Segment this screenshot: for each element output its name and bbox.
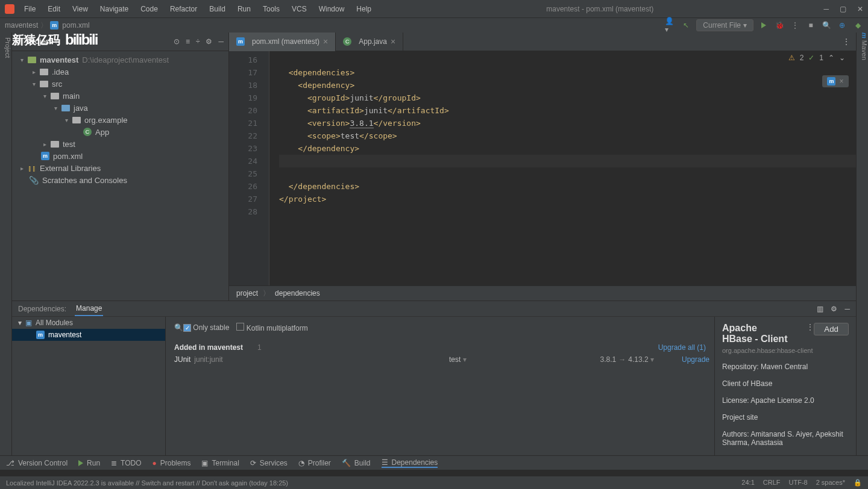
manage-tab[interactable]: Manage bbox=[75, 302, 103, 316]
dependency-detail: Add ⋮ Apache HBase - Client org.apache.h… bbox=[714, 317, 856, 470]
terminal-tab[interactable]: ▣Terminal bbox=[201, 459, 239, 467]
line-separator[interactable]: CRLF bbox=[763, 479, 781, 487]
tab-menu-icon[interactable]: ⋮ bbox=[843, 37, 850, 46]
dependencies-panel: Dependencies: Manage ▥ ⚙ ─ ▾▣All Modules… bbox=[12, 301, 856, 470]
menu-refactor[interactable]: Refactor bbox=[165, 2, 202, 16]
maven-file-icon: m bbox=[41, 152, 49, 160]
project-tool-window: ▦ Project ▾ ⊙ ≡ ÷ ⚙ ─ ▾maventestD:\ideap… bbox=[12, 33, 229, 301]
project-view-title[interactable]: Project bbox=[27, 37, 52, 46]
run-icon[interactable] bbox=[758, 20, 769, 31]
dependency-row[interactable]: JUnitjunit:junit test ▾ 3.8.1→4.13.2 ▾ U… bbox=[174, 355, 706, 364]
app-icon bbox=[5, 4, 14, 14]
services-tab[interactable]: ⟳Services bbox=[250, 459, 288, 467]
assist-icon[interactable]: ⊕ bbox=[837, 20, 848, 31]
menu-view[interactable]: View bbox=[68, 2, 93, 16]
expand-icon[interactable]: ≡ bbox=[186, 37, 190, 46]
only-stable-checkbox[interactable]: ✓ Only stable bbox=[183, 323, 229, 332]
bottom-tool-stripe: ⎇Version Control Run ≣TODO ●Problems ▣Te… bbox=[0, 455, 868, 470]
license-link[interactable]: License: Apache License 2.0 bbox=[722, 396, 849, 405]
line-gutter: 16171819202122232425262728 bbox=[229, 51, 262, 285]
todo-tab[interactable]: ≣TODO bbox=[111, 459, 141, 467]
window-title: maventest - pom.xml (maventest) bbox=[376, 5, 823, 13]
user-icon[interactable]: 👤▾ bbox=[665, 20, 676, 31]
menu-run[interactable]: Run bbox=[233, 2, 256, 16]
left-tool-stripe[interactable]: Project bbox=[0, 33, 12, 470]
hide-icon[interactable]: ─ bbox=[218, 37, 224, 46]
debug-icon[interactable]: 🐞 bbox=[774, 20, 785, 31]
caret-position[interactable]: 24:1 bbox=[741, 479, 754, 487]
vcs-tab[interactable]: ⎇Version Control bbox=[6, 459, 68, 467]
indent[interactable]: 2 spaces* bbox=[816, 479, 845, 487]
breadcrumb-project[interactable]: maventest bbox=[5, 21, 38, 30]
minimize-icon[interactable]: ─ bbox=[823, 5, 829, 13]
menu-window[interactable]: Window bbox=[314, 2, 350, 16]
nav-bar: maventest 〉 m pom.xml 👤▾ ↖ Current File … bbox=[0, 18, 868, 33]
profiler-tab[interactable]: ◔Profiler bbox=[298, 459, 331, 467]
tab-close-icon[interactable]: × bbox=[391, 37, 395, 46]
search-icon[interactable]: 🔍 bbox=[821, 20, 832, 31]
add-button[interactable]: Add bbox=[814, 323, 849, 335]
menu-build[interactable]: Build bbox=[204, 2, 230, 16]
dependencies-tab[interactable]: ☰Dependencies bbox=[382, 458, 438, 468]
layout-icon[interactable]: ▥ bbox=[817, 305, 823, 313]
close-icon[interactable]: ✕ bbox=[857, 5, 863, 13]
menu-vcs[interactable]: VCS bbox=[287, 2, 312, 16]
menu-navigate[interactable]: Navigate bbox=[95, 2, 133, 16]
editor-area: mpom.xml (maventest)× CApp.java× ⋮ ⚠2 ✓1… bbox=[229, 33, 856, 301]
breadcrumb-file[interactable]: pom.xml bbox=[62, 21, 89, 30]
editor-breadcrumb[interactable]: project〉dependencies bbox=[229, 285, 856, 301]
main-menu: File Edit View Navigate Code Refactor Bu… bbox=[19, 2, 376, 16]
tab-app[interactable]: CApp.java× bbox=[336, 33, 403, 51]
collapse-icon[interactable]: ÷ bbox=[196, 37, 200, 46]
status-bar: Localized IntelliJ IDEA 2022.2.3 is avai… bbox=[0, 476, 868, 489]
menu-file[interactable]: File bbox=[19, 2, 40, 16]
modules-list[interactable]: ▾▣All Modules mmaventest bbox=[12, 317, 166, 470]
menu-code[interactable]: Code bbox=[136, 2, 163, 16]
maximize-icon[interactable]: ▢ bbox=[840, 5, 846, 13]
run-config-selector[interactable]: Current File ▾ bbox=[696, 19, 753, 31]
maven-file-icon: m bbox=[50, 21, 58, 30]
more-icon[interactable]: ⋮ bbox=[807, 323, 814, 331]
menu-edit[interactable]: Edit bbox=[43, 2, 65, 16]
search-icon[interactable]: 🔍 bbox=[174, 323, 183, 332]
project-site-link[interactable]: Project site bbox=[722, 413, 849, 422]
right-tool-stripe[interactable]: m Maven bbox=[856, 33, 868, 470]
title-bar: File Edit View Navigate Code Refactor Bu… bbox=[0, 0, 868, 18]
encoding[interactable]: UTF-8 bbox=[789, 479, 808, 487]
status-message[interactable]: Localized IntelliJ IDEA 2022.2.3 is avai… bbox=[6, 479, 288, 487]
problems-tab[interactable]: ●Problems bbox=[153, 459, 191, 467]
upgrade-link[interactable]: Upgrade bbox=[682, 355, 709, 364]
settings-icon[interactable]: ⚙ bbox=[206, 37, 212, 46]
dependency-list: 🔍 ✓ Only stable Kotlin multiplatform Add… bbox=[166, 317, 714, 470]
code-editor[interactable]: ⚠2 ✓1 ⌃⌄ m× 16171819202122232425262728 <… bbox=[229, 51, 856, 285]
minimize-panel-icon[interactable]: ─ bbox=[844, 305, 850, 313]
run-tab[interactable]: Run bbox=[78, 459, 100, 467]
upgrade-all-link[interactable]: Upgrade all (1) bbox=[658, 343, 706, 352]
menu-help[interactable]: Help bbox=[351, 2, 376, 16]
readonly-icon[interactable]: 🔒 bbox=[854, 479, 862, 487]
back-icon[interactable]: ↖ bbox=[681, 20, 691, 31]
kotlin-mp-checkbox[interactable]: Kotlin multiplatform bbox=[236, 323, 307, 332]
stop-icon[interactable]: ■ bbox=[805, 20, 816, 31]
gear-icon[interactable]: ⚙ bbox=[831, 305, 837, 313]
project-tree[interactable]: ▾maventestD:\ideaproject\maventest ▸.ide… bbox=[12, 51, 228, 188]
menu-tools[interactable]: Tools bbox=[258, 2, 285, 16]
class-icon: C bbox=[83, 128, 92, 136]
tab-close-icon[interactable]: × bbox=[323, 37, 328, 46]
tab-pom[interactable]: mpom.xml (maventest)× bbox=[229, 33, 336, 51]
locate-icon[interactable]: ⊙ bbox=[174, 37, 180, 46]
ide-icon[interactable]: ◆ bbox=[852, 20, 863, 31]
build-tab[interactable]: 🔨Build bbox=[342, 459, 371, 467]
more-run-icon[interactable]: ⋮ bbox=[790, 20, 800, 31]
editor-tabs: mpom.xml (maventest)× CApp.java× ⋮ bbox=[229, 33, 856, 51]
